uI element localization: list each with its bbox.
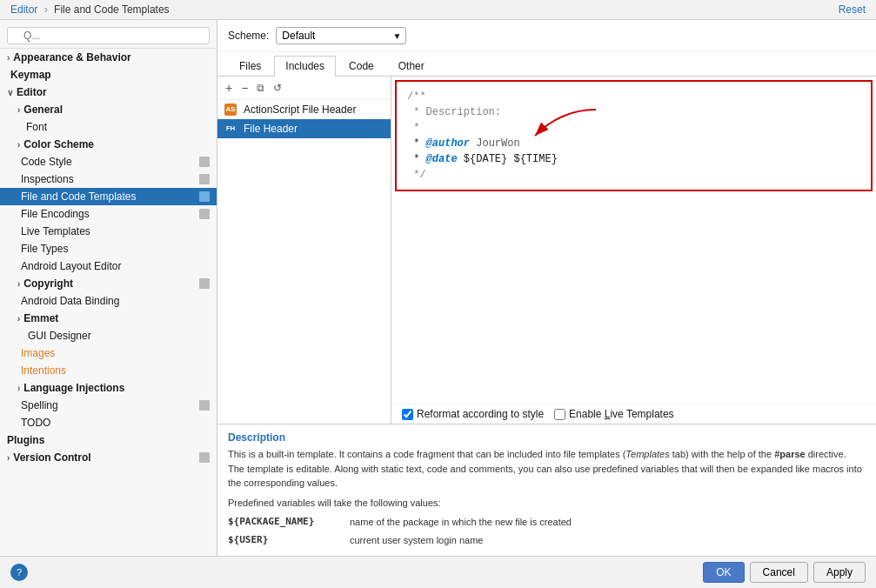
sidebar-label-android-data: Android Data Binding xyxy=(21,295,119,307)
sidebar-item-plugins[interactable]: Plugins xyxy=(0,431,217,449)
add-button[interactable]: + xyxy=(223,80,235,96)
sidebar-item-colorscheme[interactable]: › Color Scheme xyxy=(0,136,217,153)
reformat-checkbox-label[interactable]: Reformat according to style xyxy=(402,408,544,420)
cancel-button[interactable]: Cancel xyxy=(750,562,808,583)
var-desc-1: name of the package in which the new fil… xyxy=(350,513,578,531)
sidebar-label-file-encodings: File Encodings xyxy=(21,208,90,220)
sidebar-item-live-templates[interactable]: Live Templates xyxy=(0,223,217,240)
chevron-down-icon-editor: ∨ xyxy=(7,88,13,97)
chevron-right-icon-vc: › xyxy=(7,453,10,463)
live-templates-label: Enable Live Templates xyxy=(569,408,674,420)
variables-table: ${PACKAGE_NAME} name of the package in w… xyxy=(228,513,578,549)
sidebar-label-file-types: File Types xyxy=(21,243,68,255)
sidebar-item-spelling[interactable]: Spelling xyxy=(0,397,217,414)
sidebar-label-general: General xyxy=(23,104,63,116)
sidebar-item-images[interactable]: Images xyxy=(0,344,217,362)
code-line-4: * @author JourWon xyxy=(407,136,860,151)
sidebar-item-editor[interactable]: ∨ Editor xyxy=(0,84,217,101)
main-content: Scheme: Default Project ▼ Files Includes… xyxy=(217,20,876,556)
copy-icon-codestyle xyxy=(199,157,210,167)
chevron-right-icon-copyright: › xyxy=(17,279,20,289)
sidebar-label-colorscheme: Color Scheme xyxy=(23,138,94,150)
fileheader-icon: FH xyxy=(224,123,237,135)
sidebar-item-file-encodings[interactable]: File Encodings xyxy=(0,205,217,223)
top-bar: Editor › File and Code Templates Reset xyxy=(0,0,876,20)
sidebar-item-android-layout[interactable]: Android Layout Editor xyxy=(0,257,217,275)
code-line-3: * xyxy=(407,120,860,136)
sidebar-item-emmet[interactable]: › Emmet xyxy=(0,310,217,327)
tab-other[interactable]: Other xyxy=(387,56,436,76)
live-templates-checkbox-label[interactable]: Enable Live Templates xyxy=(554,408,674,420)
reformat-checkbox[interactable] xyxy=(402,409,413,420)
ok-button[interactable]: OK xyxy=(703,562,744,583)
code-line-1: /** xyxy=(407,89,860,104)
breadcrumb-parent[interactable]: Editor xyxy=(10,3,37,16)
sidebar-label-gui-designer: GUI Designer xyxy=(28,330,91,342)
bottom-bar: ? OK Cancel Apply xyxy=(0,556,876,588)
search-input[interactable] xyxy=(7,27,210,44)
copy-button[interactable]: ⧉ xyxy=(254,81,267,95)
sidebar-item-lang-injections[interactable]: › Language Injections xyxy=(0,379,217,397)
file-item-actionscript[interactable]: AS ActionScript File Header xyxy=(217,100,391,119)
help-button[interactable]: ? xyxy=(10,564,28,581)
sidebar-item-keymap[interactable]: Keymap xyxy=(0,66,217,84)
sidebar-item-android-data[interactable]: Android Data Binding xyxy=(0,292,217,310)
sidebar-label-spelling: Spelling xyxy=(21,399,58,411)
sidebar-item-appearance[interactable]: › Appearance & Behavior xyxy=(0,49,217,66)
breadcrumb: Editor › File and Code Templates xyxy=(10,3,170,16)
sidebar-item-general[interactable]: › General xyxy=(0,101,217,118)
var-name-2: ${USER} xyxy=(228,531,350,550)
reformat-label: Reformat according to style xyxy=(417,408,544,420)
code-editor[interactable]: /** * Description: * * @author JourWon *… xyxy=(395,80,873,191)
sidebar-label-version-control: Version Control xyxy=(13,451,90,464)
sidebar-item-version-control[interactable]: › Version Control xyxy=(0,449,217,466)
split-pane: + − ⧉ ↺ AS ActionScript File Header xyxy=(217,77,876,424)
copy-icon-vc xyxy=(199,452,210,463)
scheme-select[interactable]: Default Project xyxy=(276,27,406,44)
sidebar-item-copyright[interactable]: › Copyright xyxy=(0,275,217,292)
editor-pane: /** * Description: * * @author JourWon *… xyxy=(391,77,876,424)
live-templates-checkbox[interactable] xyxy=(554,409,565,420)
sidebar-item-codestyle[interactable]: Code Style xyxy=(0,153,217,170)
var-name-1: ${PACKAGE_NAME} xyxy=(228,513,350,531)
file-item-label-fileheader: File Header xyxy=(244,123,298,135)
sidebar-label-copyright: Copyright xyxy=(23,277,73,290)
remove-button[interactable]: − xyxy=(238,80,251,96)
actionscript-icon: AS xyxy=(224,104,237,116)
sidebar-item-font[interactable]: Font xyxy=(0,118,217,136)
sidebar-label-intentions: Intentions xyxy=(21,364,66,377)
desc-para-3: Predefined variables will take the follo… xyxy=(228,496,866,511)
tab-includes[interactable]: Includes xyxy=(274,56,336,77)
sidebar-item-file-types[interactable]: File Types xyxy=(0,240,217,257)
search-box xyxy=(0,23,217,49)
sidebar-label-inspections: Inspections xyxy=(21,173,74,185)
reset-template-button[interactable]: ↺ xyxy=(271,81,284,95)
apply-button[interactable]: Apply xyxy=(813,562,866,583)
var-desc-2: current user system login name xyxy=(350,531,578,550)
sidebar-label-plugins: Plugins xyxy=(7,434,44,446)
sidebar-item-file-templates[interactable]: File and Code Templates xyxy=(0,188,217,205)
tab-code[interactable]: Code xyxy=(338,56,385,76)
sidebar-item-intentions[interactable]: Intentions xyxy=(0,362,217,379)
file-item-fileheader[interactable]: FH File Header xyxy=(217,119,391,138)
sidebar-item-todo[interactable]: TODO xyxy=(0,414,217,431)
chevron-right-icon-lang: › xyxy=(17,384,20,393)
desc-para-1: This is a built-in template. It contains… xyxy=(228,447,866,462)
chevron-right-icon-emmet: › xyxy=(17,314,20,324)
table-row: ${USER} current user system login name xyxy=(228,531,578,550)
file-list-pane: + − ⧉ ↺ AS ActionScript File Header xyxy=(217,77,391,424)
tab-files[interactable]: Files xyxy=(228,56,272,76)
sidebar-item-gui-designer[interactable]: GUI Designer xyxy=(0,327,217,344)
code-line-2: * Description: xyxy=(407,104,860,120)
desc-para-2: The template is editable. Along with sta… xyxy=(228,462,866,491)
sidebar: › Appearance & Behavior Keymap ∨ Editor … xyxy=(0,20,217,556)
breadcrumb-sep: › xyxy=(44,3,48,16)
sidebar-label-android-layout: Android Layout Editor xyxy=(21,260,121,272)
sidebar-label-file-templates: File and Code Templates xyxy=(21,190,137,203)
reset-button[interactable]: Reset xyxy=(839,3,866,16)
chevron-right-icon: › xyxy=(7,53,10,63)
sidebar-label-todo: TODO xyxy=(21,417,50,429)
file-item-label-actionscript: ActionScript File Header xyxy=(244,104,356,116)
sidebar-label-lang-injections: Language Injections xyxy=(23,382,124,394)
sidebar-item-inspections[interactable]: Inspections xyxy=(0,170,217,188)
